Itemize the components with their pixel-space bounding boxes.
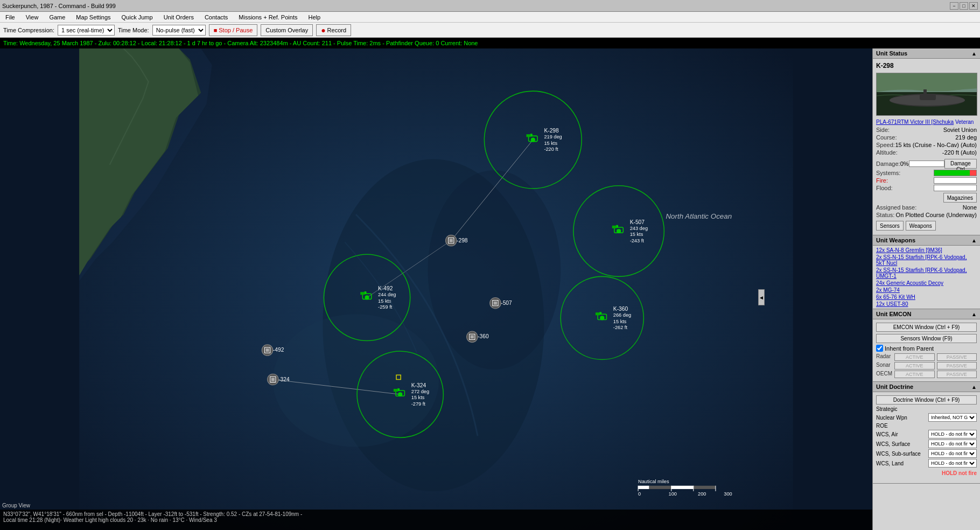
record-button[interactable]: ● Record — [316, 24, 351, 36]
map-area[interactable]: K-298 219 deg 15 kts -220 ft K-507 243 d… — [0, 48, 872, 530]
weapon-item-0[interactable]: 12x SA-N-8 Gremlin [9M36] — [876, 247, 977, 254]
unit-status-collapse[interactable]: ▲ — [971, 51, 977, 57]
svg-text:-507: -507 — [501, 300, 512, 306]
weapon-item-4[interactable]: 2x MG-74 — [876, 287, 977, 294]
svg-point-3 — [428, 170, 561, 369]
unit-weapons-section: Unit Weapons ▲ 12x SA-N-8 Gremlin [9M36]… — [873, 235, 980, 309]
unit-doctrine-section: Unit Doctrine ▲ Doctrine Window (Ctrl + … — [873, 382, 980, 484]
wcs-subsurface-select[interactable]: HOLD - do not fire — [928, 449, 977, 458]
damage-ctrl-button[interactable]: Damage Ctrl — [944, 159, 977, 169]
inherit-parent-label: Inhent from Parent — [885, 345, 934, 352]
nuclear-wpn-select[interactable]: Inherited, NOT GR — [928, 413, 977, 422]
doctrine-window-button[interactable]: Doctrine Window (Ctrl + F9) — [876, 395, 977, 405]
unit-emcon-section: Unit EMCON ▲ EMCON Window (Ctrl + F9) Se… — [873, 309, 980, 382]
radar-label: Radar — [876, 353, 892, 361]
radar-active-button[interactable]: ACTIVE — [894, 353, 935, 361]
sensors-button[interactable]: Sensors — [876, 221, 904, 231]
menu-quick-jump[interactable]: Quick Jump — [118, 13, 156, 22]
weapon-item-1[interactable]: 2x SS-N-15 Starfish [RPK-6 Vodopad, 5kT … — [876, 254, 977, 267]
close-button[interactable]: ✕ — [969, 2, 978, 10]
emcon-window-button[interactable]: EMCON Window (Ctrl + F9) — [876, 323, 977, 332]
time-compression-label: Time Compression: — [3, 27, 54, 33]
unit-status-header: Unit Status ▲ — [873, 48, 980, 59]
title-bar: Suckerpunch, 1987 - Command - Build 999 … — [0, 0, 980, 12]
fire-row: Fire: — [876, 177, 977, 184]
unit-doctrine-header: Unit Doctrine ▲ — [873, 382, 980, 392]
menu-view[interactable]: View — [23, 13, 42, 22]
radar-passive-button[interactable]: PASSIVE — [937, 353, 977, 361]
svg-text:15 kts: 15 kts — [630, 232, 643, 237]
wcs-air-select[interactable]: HOLD - do not fire — [928, 430, 977, 438]
oecm-passive-button[interactable]: PASSIVE — [937, 371, 977, 378]
wcs-subsurface-row: WCS, Sub-surface HOLD - do not fire — [876, 449, 977, 458]
custom-overlay-button[interactable]: Custom Overlay — [261, 24, 313, 36]
menu-file[interactable]: File — [2, 13, 18, 22]
weapon-item-2[interactable]: 2x SS-N-15 Starfish [RPK-6 Vodopad, UMGT… — [876, 267, 977, 280]
svg-text:-360: -360 — [478, 333, 489, 339]
svg-text:K-298: K-298 — [544, 128, 559, 134]
svg-rect-67 — [694, 486, 716, 489]
menu-missions-ref[interactable]: Missions + Ref. Points — [235, 13, 300, 22]
svg-rect-38 — [596, 312, 600, 315]
oecm-active-button[interactable]: ACTIVE — [894, 371, 935, 378]
systems-row: Systems: — [876, 169, 977, 177]
unit-doctrine-collapse[interactable]: ▲ — [971, 384, 977, 390]
magazines-button[interactable]: Magazines — [943, 193, 977, 203]
wcs-surface-select[interactable]: HOLD - do not fire — [928, 440, 977, 448]
weapon-item-3[interactable]: 24x Generic Acoustic Decoy — [876, 280, 977, 287]
unit-status-section: Unit Status ▲ K-298 — [873, 48, 980, 235]
inherit-parent-checkbox[interactable] — [876, 345, 883, 352]
svg-text:K-360: K-360 — [613, 306, 628, 312]
unit-doctrine-title: Unit Doctrine — [876, 383, 913, 390]
sensor-grid: Radar ACTIVE PASSIVE Sonar ACTIVE PASSIV… — [876, 352, 977, 379]
maximize-button[interactable]: □ — [960, 2, 968, 10]
fire-bar — [934, 177, 977, 184]
unit-weapons-collapse[interactable]: ▲ — [971, 238, 977, 243]
svg-rect-83 — [923, 89, 927, 95]
title-bar-controls: − □ ✕ — [950, 2, 978, 10]
sidebar-collapse-button[interactable]: ◄ — [758, 289, 765, 305]
svg-text:-262 ft: -262 ft — [613, 325, 628, 330]
svg-text:-220 ft: -220 ft — [544, 147, 558, 152]
svg-text:243 deg: 243 deg — [630, 226, 648, 231]
weapon-item-6[interactable]: 12x USET-80 — [876, 301, 977, 308]
flood-bar — [934, 185, 977, 191]
strategic-row: Strategic — [876, 406, 977, 413]
stop-pause-label: Stop / Pause — [219, 27, 253, 33]
sonar-active-button[interactable]: ACTIVE — [894, 362, 935, 369]
nuclear-wpn-label: Nuclear Wpn — [876, 415, 907, 421]
record-icon: ● — [321, 26, 325, 34]
svg-text:266 deg: 266 deg — [613, 312, 631, 318]
menu-contacts[interactable]: Contacts — [201, 13, 231, 22]
weapons-button[interactable]: Weapons — [906, 221, 936, 231]
sonar-passive-button[interactable]: PASSIVE — [937, 362, 977, 369]
menu-unit-orders[interactable]: Unit Orders — [160, 13, 197, 22]
svg-rect-65 — [649, 486, 671, 489]
unit-status-content: K-298 — [873, 59, 980, 235]
stop-icon: ■ — [214, 27, 218, 33]
status-row: Status: On Plotted Course (Underway) — [876, 211, 977, 219]
status-line2: Local time 21:28 (Night)· Weather Light … — [3, 517, 869, 523]
menu-map-settings[interactable]: Map Settings — [73, 13, 114, 22]
wcs-surface-row: WCS, Surface HOLD - do not fire — [876, 439, 977, 449]
flood-row: Flood: — [876, 184, 977, 192]
unit-emcon-collapse[interactable]: ▲ — [971, 311, 977, 317]
time-mode-select[interactable]: No-pulse (fast) — [152, 25, 206, 36]
veteran-badge: Veteran — [955, 119, 974, 125]
status-top-text: Time: Wednesday, 25 March 1987 - Zulu: 0… — [3, 40, 478, 46]
unit-class-link[interactable]: PLA-671RTM Victor III [Shchuka — [876, 119, 954, 125]
menu-help[interactable]: Help — [305, 13, 324, 22]
minimize-button[interactable]: − — [950, 2, 958, 10]
svg-text:300: 300 — [724, 491, 732, 497]
svg-rect-82 — [920, 94, 936, 100]
ocean-label: North Atlantic Ocean — [666, 212, 732, 220]
svg-rect-11 — [526, 134, 530, 137]
time-compression-select[interactable]: 1 sec (real-time) — [58, 25, 115, 36]
hold-not-fire-badge: HOLD not fire — [942, 470, 977, 476]
menu-game[interactable]: Game — [46, 13, 68, 22]
weapons-list: 12x SA-N-8 Gremlin [9M36] 2x SS-N-15 Sta… — [873, 246, 980, 309]
weapon-item-5[interactable]: 6x 65-76 Kit WH — [876, 294, 977, 301]
sensors-window-button[interactable]: Sensors Window (F9) — [876, 334, 977, 343]
stop-pause-button[interactable]: ■ Stop / Pause — [209, 24, 258, 36]
wcs-land-select[interactable]: HOLD - do not fire — [928, 459, 977, 468]
